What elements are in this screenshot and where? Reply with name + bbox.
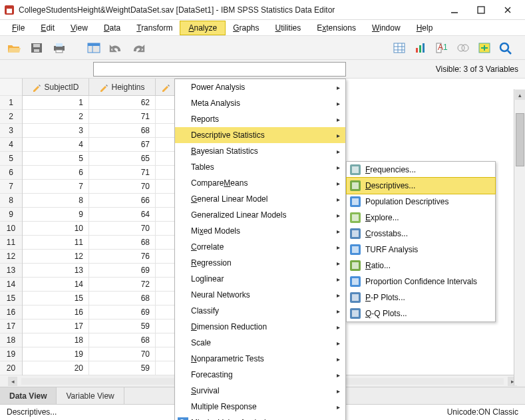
analyze-item[interactable]: ?Missing Value Analysis...	[175, 415, 345, 420]
open-button[interactable]	[5, 39, 23, 57]
row-number[interactable]: 16	[0, 306, 22, 319]
cell[interactable]: 68	[89, 236, 156, 250]
row-number[interactable]: 18	[0, 333, 22, 347]
cell[interactable]: 66	[89, 194, 156, 208]
row-number[interactable]: 9	[0, 208, 22, 222]
analyze-item[interactable]: Mixed Models▸	[175, 223, 345, 239]
submenu-item[interactable]: Descriptives...	[347, 178, 495, 194]
minimize-button[interactable]	[441, 1, 468, 19]
cell[interactable]: 70	[89, 222, 156, 236]
cell[interactable]: 72	[89, 278, 156, 292]
cell[interactable]: 69	[89, 306, 156, 319]
row-number[interactable]: 17	[0, 319, 22, 333]
cell[interactable]: 67	[89, 138, 156, 152]
submenu-item[interactable]: Explore...	[347, 210, 495, 226]
row-number[interactable]: 11	[0, 236, 22, 250]
row-number[interactable]: 4	[0, 138, 22, 152]
cell[interactable]: 71	[89, 110, 156, 124]
data-button[interactable]	[85, 39, 102, 57]
cell[interactable]: 10	[23, 222, 89, 236]
add-square-icon[interactable]	[476, 39, 493, 57]
analyze-item[interactable]: Compare Means▸	[175, 175, 345, 191]
circles-icon[interactable]	[454, 39, 472, 57]
analyze-item[interactable]: Dimension Reduction▸	[175, 319, 345, 335]
maximize-button[interactable]	[468, 1, 494, 19]
cell[interactable]: 1	[23, 96, 89, 110]
value-input[interactable]	[93, 62, 346, 77]
cell[interactable]: 6	[23, 166, 89, 180]
row-number[interactable]: 14	[0, 278, 22, 292]
submenu-item[interactable]: Ratio...	[347, 258, 495, 274]
analyze-item[interactable]: Tables▸	[175, 159, 345, 175]
analyze-item[interactable]: Regression▸	[175, 255, 345, 271]
row-number[interactable]: 2	[0, 110, 22, 124]
menu-analyze[interactable]: Analyze	[180, 21, 225, 35]
row-number[interactable]: 12	[0, 250, 22, 264]
cell[interactable]: 70	[89, 180, 156, 194]
analyze-item[interactable]: Classify▸	[175, 303, 345, 319]
cell[interactable]: 8	[23, 194, 89, 208]
cell[interactable]: 13	[23, 264, 89, 278]
analyze-item[interactable]: Multiple Response▸	[175, 399, 345, 415]
menu-extensions[interactable]: Extensions	[309, 21, 364, 35]
cell[interactable]: 16	[23, 306, 89, 319]
analyze-item[interactable]: Bayesian Statistics▸	[175, 143, 345, 159]
row-number[interactable]: 1	[0, 96, 22, 110]
analyze-item[interactable]: Power Analysis▸	[175, 79, 345, 95]
row-number[interactable]: 8	[0, 194, 22, 208]
tab-data-view[interactable]: Data View	[0, 387, 57, 404]
analyze-item[interactable]: Survival▸	[175, 383, 345, 399]
cell[interactable]: 18	[23, 333, 89, 347]
row-number[interactable]: 10	[0, 222, 22, 236]
cell[interactable]: 64	[89, 208, 156, 222]
redo-button[interactable]	[130, 39, 148, 57]
cell[interactable]: 59	[89, 361, 156, 375]
cell[interactable]: 70	[89, 347, 156, 361]
submenu-item[interactable]: P-P Plots...	[347, 290, 495, 306]
cell[interactable]: 14	[23, 278, 89, 292]
analyze-item[interactable]: Neural Networks▸	[175, 287, 345, 303]
menu-view[interactable]: View	[63, 21, 96, 35]
cell[interactable]: 69	[89, 264, 156, 278]
row-number[interactable]: 6	[0, 166, 22, 180]
tab-variable-view[interactable]: Variable View	[57, 387, 124, 404]
analyze-item[interactable]: Loglinear▸	[175, 271, 345, 287]
close-button[interactable]	[494, 1, 521, 19]
analyze-item[interactable]: Descriptive Statistics▸	[175, 127, 345, 143]
row-number[interactable]: 19	[0, 347, 22, 361]
cell[interactable]: 4	[23, 138, 89, 152]
save-button[interactable]	[28, 39, 45, 57]
menu-transform[interactable]: Transform	[128, 21, 180, 35]
cell[interactable]: 7	[23, 180, 89, 194]
cell[interactable]: 59	[89, 319, 156, 333]
cell[interactable]: 15	[23, 292, 89, 306]
row-number[interactable]: 13	[0, 264, 22, 278]
menu-graphs[interactable]: Graphs	[225, 21, 267, 35]
print-button[interactable]	[51, 39, 68, 57]
row-number[interactable]: 3	[0, 124, 22, 138]
cell[interactable]: 65	[89, 152, 156, 166]
analyze-item[interactable]: Generalized Linear Models▸	[175, 207, 345, 223]
cell[interactable]: 17	[23, 319, 89, 333]
submenu-item[interactable]: Q-Q Plots...	[347, 306, 495, 321]
menu-data[interactable]: Data	[96, 21, 128, 35]
cell[interactable]: 2	[23, 110, 89, 124]
submenu-item[interactable]: Frequencies...	[347, 162, 495, 178]
cell[interactable]: 71	[89, 166, 156, 180]
column-header-heightins[interactable]: Heightins	[89, 79, 156, 95]
analyze-item[interactable]: Forecasting▸	[175, 367, 345, 383]
submenu-item[interactable]: Population Descriptives	[347, 194, 495, 210]
search-icon[interactable]	[497, 39, 514, 57]
analyze-item[interactable]: Nonparametric Tests▸	[175, 351, 345, 367]
analyze-item[interactable]: Meta Analysis▸	[175, 95, 345, 111]
row-number[interactable]: 20	[0, 361, 22, 375]
analyze-item[interactable]: Reports▸	[175, 111, 345, 127]
row-number[interactable]: 5	[0, 152, 22, 166]
cell[interactable]: 68	[89, 292, 156, 306]
column-header-subjectid[interactable]: SubjectID	[23, 79, 89, 95]
menu-utilities[interactable]: Utilities	[267, 21, 309, 35]
cell[interactable]: 3	[23, 124, 89, 138]
cell[interactable]: 62	[89, 96, 156, 110]
vars-icon[interactable]: A1	[433, 39, 450, 57]
cell[interactable]: 11	[23, 236, 89, 250]
